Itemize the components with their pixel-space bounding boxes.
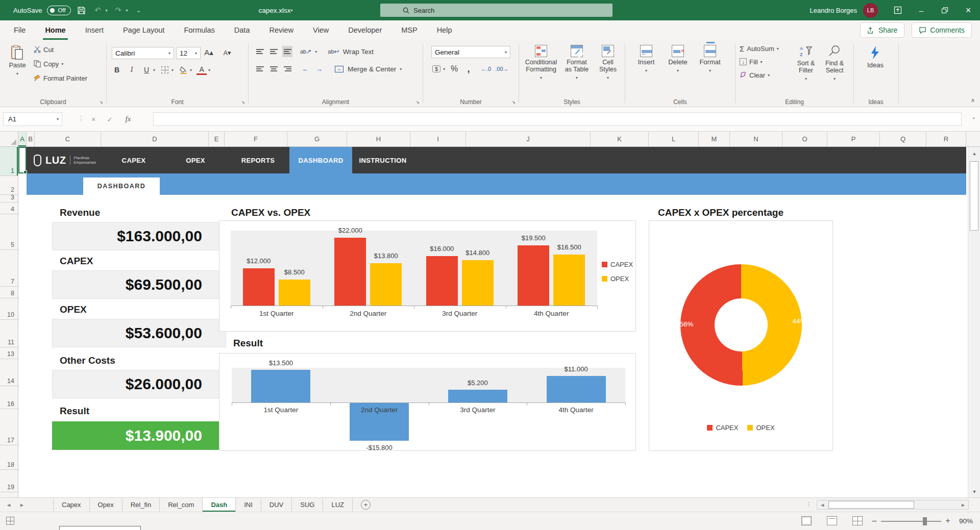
new-sheet-icon[interactable]: + <box>361 500 371 510</box>
column-header-r[interactable]: R <box>926 132 966 146</box>
autosave-toggle[interactable]: Off <box>47 6 70 15</box>
column-header-m[interactable]: M <box>699 132 730 146</box>
donut-chart[interactable]: 56%44%CAPEXOPEX <box>649 220 833 451</box>
ribbon-tab-help[interactable]: Help <box>427 20 462 40</box>
sheet-tab-capex[interactable]: Capex <box>53 498 90 512</box>
row-header-5[interactable]: 5 <box>0 214 18 250</box>
column-header-i[interactable]: I <box>410 132 466 146</box>
horizontal-scrollbar[interactable]: ◂ ▸ <box>817 500 969 510</box>
vertical-scroll-thumb[interactable] <box>970 161 978 231</box>
format-cells-button[interactable]: Format▾ <box>696 42 724 74</box>
ribbon-tab-insert[interactable]: Insert <box>76 20 113 40</box>
align-left-icon[interactable] <box>255 63 265 74</box>
delete-cells-button[interactable]: × Delete▾ <box>664 42 692 74</box>
undo-dropdown-icon[interactable]: ▾ <box>106 8 108 13</box>
row-header-17[interactable]: 17 <box>0 409 18 445</box>
format-painter-button[interactable]: Format Painter <box>34 72 87 84</box>
ribbon-tab-home[interactable]: Home <box>35 20 75 40</box>
alignment-dialog-launcher-icon[interactable]: ↘ <box>412 97 420 105</box>
align-center-icon[interactable] <box>268 63 279 74</box>
merge-center-icon[interactable]: ↔ <box>334 63 344 74</box>
document-title[interactable]: capex.xlsx▾ <box>240 0 311 20</box>
avatar[interactable]: LB <box>863 3 878 18</box>
ribbon-tab-view[interactable]: View <box>303 20 338 40</box>
nav-item-opex[interactable]: OPEX <box>164 147 227 173</box>
orientation-icon[interactable]: ab↗ <box>300 46 311 57</box>
ribbon-display-options-button[interactable] <box>886 0 910 20</box>
column-header-d[interactable]: D <box>101 132 209 146</box>
find-select-button[interactable]: Find & Select▾ <box>821 42 848 83</box>
increase-decimal-icon[interactable]: ←.0 <box>481 63 491 74</box>
font-name-select[interactable]: Calibri▾ <box>112 47 174 59</box>
hscroll-left-icon[interactable]: ◂ <box>817 501 827 509</box>
result-chart[interactable]: $13.5001st Quarter-$15.8002nd Quarter$5.… <box>219 353 636 451</box>
sheet-next-icon[interactable]: ▸ <box>15 498 29 512</box>
ideas-button[interactable]: Ideas <box>862 42 889 69</box>
column-header-j[interactable]: J <box>466 132 591 146</box>
scroll-up-icon[interactable]: ▴ <box>968 147 980 159</box>
ribbon-tab-page-layout[interactable]: Page Layout <box>113 20 174 40</box>
select-all-corner[interactable] <box>0 132 18 146</box>
enter-formula-icon[interactable]: ✓ <box>102 112 117 126</box>
underline-icon[interactable]: U <box>141 64 152 75</box>
vertical-scrollbar[interactable]: ▴ ▾ <box>968 147 980 497</box>
sheet-tab-luz[interactable]: LUZ <box>323 498 353 512</box>
comma-style-icon[interactable]: , <box>463 63 474 74</box>
column-header-k[interactable]: K <box>591 132 649 146</box>
horizontal-scroll-thumb[interactable] <box>828 501 914 509</box>
cell-styles-button[interactable]: Cell Styles▾ <box>595 42 621 82</box>
bottom-align-icon[interactable] <box>282 46 292 57</box>
column-header-n[interactable]: N <box>730 132 782 146</box>
decrease-indent-icon[interactable]: ← <box>300 63 310 74</box>
top-align-icon[interactable] <box>255 46 265 57</box>
cancel-formula-icon[interactable]: × <box>86 112 101 126</box>
capex-opex-chart[interactable]: $12.000$8.5001st Quarter$22.000$13.8002n… <box>219 220 636 332</box>
wrap-text-icon[interactable]: ab↩ <box>328 46 339 57</box>
number-format-select[interactable]: General▾ <box>431 46 510 58</box>
borders-icon[interactable] <box>160 64 170 75</box>
nav-item-reports[interactable]: REPORTS <box>227 147 289 173</box>
clipboard-dialog-launcher-icon[interactable]: ↘ <box>96 97 103 105</box>
row-header-16[interactable]: 16 <box>0 386 18 409</box>
selected-cell-a1[interactable] <box>18 147 27 173</box>
column-header-o[interactable]: O <box>782 132 827 146</box>
sheet-tab-rel_fin[interactable]: Rel_fin <box>122 498 160 512</box>
redo-dropdown-icon[interactable]: ▾ <box>126 8 128 13</box>
column-header-e[interactable]: E <box>209 132 225 146</box>
font-dialog-launcher-icon[interactable]: ↘ <box>238 97 245 105</box>
ribbon-tab-msp[interactable]: MSP <box>391 20 427 40</box>
insert-function-icon[interactable]: fx <box>120 112 136 126</box>
sheet-tab-ini[interactable]: INI <box>236 498 261 512</box>
share-button[interactable]: Share <box>860 22 904 38</box>
bold-icon[interactable]: B <box>112 64 122 75</box>
column-header-q[interactable]: Q <box>880 132 926 146</box>
align-right-icon[interactable] <box>282 63 292 74</box>
column-header-f[interactable]: F <box>225 132 287 146</box>
column-header-g[interactable]: G <box>287 132 347 146</box>
middle-align-icon[interactable] <box>268 46 279 57</box>
insert-cells-button[interactable]: ← Insert▾ <box>632 42 660 74</box>
row-header-8[interactable]: 8 <box>0 287 18 298</box>
nav-item-dashboard[interactable]: DASHBOARD <box>289 147 352 173</box>
cut-button[interactable]: Cut <box>34 44 87 55</box>
font-color-icon[interactable]: A <box>197 65 207 75</box>
accounting-format-icon[interactable]: $ <box>431 63 442 74</box>
merge-center-button[interactable]: Merge & Center <box>348 65 396 73</box>
sort-filter-button[interactable]: AZ Sort & Filter▾ <box>793 42 819 83</box>
grow-font-icon[interactable]: A▴ <box>204 47 214 58</box>
autosum-button[interactable]: ΣAutoSum▾ <box>740 43 779 54</box>
row-header-7[interactable]: 7 <box>0 250 18 287</box>
sheet-tab-rel_com[interactable]: Rel_com <box>160 498 203 512</box>
sheet-canvas[interactable]: LUZPlanilhasEmpresariaisCAPEXOPEXREPORTS… <box>18 147 968 497</box>
sheet-tab-duv[interactable]: DUV <box>261 498 292 512</box>
save-icon[interactable] <box>76 5 87 16</box>
ribbon-tab-data[interactable]: Data <box>225 20 260 40</box>
close-button[interactable]: × <box>957 0 980 20</box>
wrap-text-button[interactable]: Wrap Text <box>343 48 374 56</box>
expand-formula-bar-icon[interactable]: ⌄ <box>972 114 976 120</box>
fill-button[interactable]: ↓Fill▾ <box>740 56 779 67</box>
sheet-tab-dash[interactable]: Dash <box>203 498 236 512</box>
ribbon-tab-developer[interactable]: Developer <box>338 20 391 40</box>
nav-item-instruction[interactable]: INSTRUCTION <box>352 147 413 173</box>
conditional-formatting-button[interactable]: Conditional Formatting▾ <box>523 42 559 82</box>
